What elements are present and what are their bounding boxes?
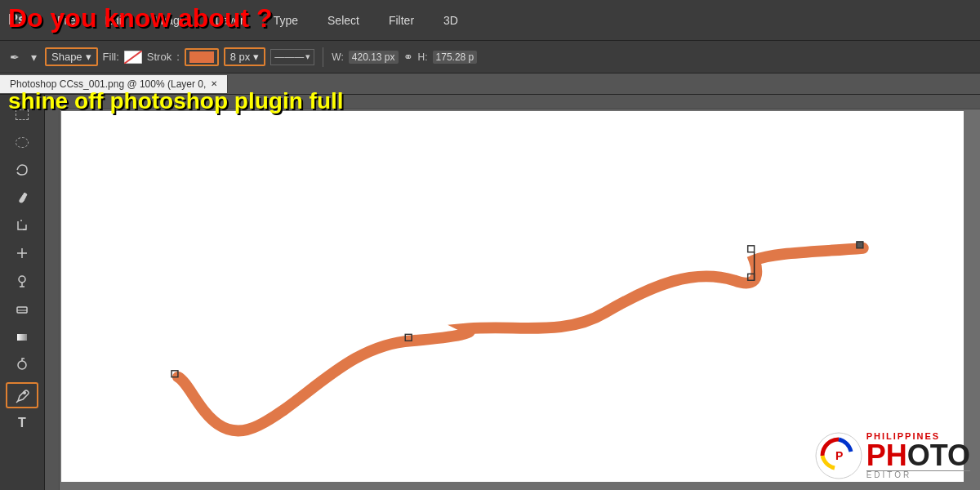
marquee-ellipse-icon — [16, 137, 29, 148]
stroke-size-arrow: ▾ — [253, 51, 259, 63]
crop-icon — [15, 218, 29, 233]
stroke-line-style[interactable]: ——— ▾ — [270, 49, 314, 65]
tool-lasso[interactable] — [6, 157, 38, 183]
logo-editor-text: EDITOR — [866, 470, 970, 479]
ruler-top — [45, 95, 980, 109]
logo: P PHILIPPINES PHOTO EDITOR — [814, 431, 970, 480]
svg-point-6 — [23, 391, 26, 394]
tool-eraser[interactable] — [6, 296, 38, 322]
lasso-icon — [15, 163, 29, 177]
tool-healing[interactable] — [6, 240, 38, 266]
menu-bar: Ps File Edit Image Layer Type Select Fil… — [0, 0, 980, 41]
stroke-label: Strok — [147, 51, 172, 63]
fill-control[interactable] — [124, 51, 142, 64]
svg-text:P: P — [835, 449, 843, 462]
line-style-arrow: ▾ — [305, 51, 310, 62]
stroke-size-dropdown[interactable]: 8 px ▾ — [224, 47, 266, 66]
link-icon[interactable]: ⚭ — [403, 51, 413, 64]
menu-filter[interactable]: Filter — [382, 11, 421, 30]
mode-label: Shape — [51, 51, 82, 63]
logo-circle-icon: P — [814, 431, 863, 480]
toolbar-separator — [323, 47, 323, 67]
width-label: W: — [332, 51, 343, 63]
tool-clone-stamp[interactable] — [6, 268, 38, 294]
pen-dropdown-arrow[interactable]: ▾ — [28, 49, 40, 65]
width-value: 420.13 px — [349, 51, 399, 64]
mode-arrow: ▾ — [86, 51, 91, 63]
stroke-swatch — [189, 51, 214, 63]
tool-brush[interactable] — [6, 185, 38, 211]
clone-stamp-icon — [15, 274, 29, 288]
menu-type[interactable]: Type — [267, 11, 305, 30]
main-area: T — [0, 95, 980, 490]
tab-close-button[interactable]: ✕ — [211, 79, 217, 88]
logo-photo-text: PHOTO — [866, 441, 970, 470]
canvas[interactable] — [61, 111, 964, 482]
height-value: 175.28 p — [433, 51, 478, 64]
svg-rect-12 — [857, 242, 863, 248]
pen-tool-icon: ✒ — [7, 49, 23, 65]
logo-text: PHILIPPINES PHOTO EDITOR — [866, 432, 970, 479]
tool-pen[interactable] — [6, 382, 38, 408]
brush-icon — [15, 190, 29, 205]
height-label: H: — [418, 51, 428, 63]
menu-edit[interactable]: Edit — [99, 11, 131, 30]
eraser-icon — [15, 301, 29, 316]
fill-icon — [124, 51, 142, 64]
menu-file[interactable]: File — [51, 11, 82, 30]
stroke-size-value: 8 px — [230, 51, 251, 63]
fill-label: Fill: — [103, 51, 119, 63]
active-tab[interactable]: Photoshop CCss_001.png @ 100% (Layer 0, … — [0, 75, 228, 93]
sidebar: T — [0, 95, 45, 490]
ruler-left — [45, 109, 60, 490]
tool-marquee-rect[interactable] — [6, 101, 38, 127]
svg-rect-4 — [17, 334, 27, 341]
svg-point-5 — [18, 361, 26, 369]
tool-crop[interactable] — [6, 212, 38, 238]
menu-3d[interactable]: 3D — [437, 11, 465, 30]
svg-rect-11 — [748, 246, 755, 252]
dodge-icon — [15, 357, 29, 372]
pen-tool-sidebar-icon — [13, 386, 31, 404]
menu-select[interactable]: Select — [321, 11, 366, 30]
svg-rect-9 — [405, 334, 412, 341]
logo-ph: PH — [866, 439, 907, 472]
toolbar: ✒ ▾ Shape ▾ Fill: Strok : 8 px ▾ ——— ▾ W… — [0, 41, 980, 74]
menu-image[interactable]: Image — [148, 11, 193, 30]
stroke-color-control[interactable] — [185, 48, 219, 66]
tab-label: Photoshop CCss_001.png @ 100% (Layer 0, — [10, 78, 206, 90]
tool-dodge[interactable] — [6, 351, 38, 377]
tool-type[interactable]: T — [6, 410, 38, 436]
svg-rect-10 — [748, 274, 755, 280]
tool-marquee-ellipse[interactable] — [6, 129, 38, 155]
menu-layer[interactable]: Layer — [209, 11, 251, 30]
ps-logo: Ps — [8, 11, 26, 29]
type-tool-icon: T — [18, 416, 26, 430]
gradient-icon — [15, 329, 29, 344]
healing-icon — [15, 246, 29, 261]
stroke-colon: : — [176, 51, 180, 63]
canvas-area: P PHILIPPINES PHOTO EDITOR — [45, 95, 980, 490]
svg-rect-8 — [172, 371, 178, 377]
curve-svg — [61, 111, 964, 482]
svg-point-2 — [19, 276, 25, 283]
tool-gradient[interactable] — [6, 323, 38, 350]
tab-bar: Photoshop CCss_001.png @ 100% (Layer 0, … — [0, 74, 980, 95]
line-style-icon: ——— — [274, 51, 304, 63]
marquee-rect-icon — [16, 109, 29, 120]
logo-oto: OTO — [907, 439, 970, 472]
mode-dropdown[interactable]: Shape ▾ — [45, 47, 98, 66]
